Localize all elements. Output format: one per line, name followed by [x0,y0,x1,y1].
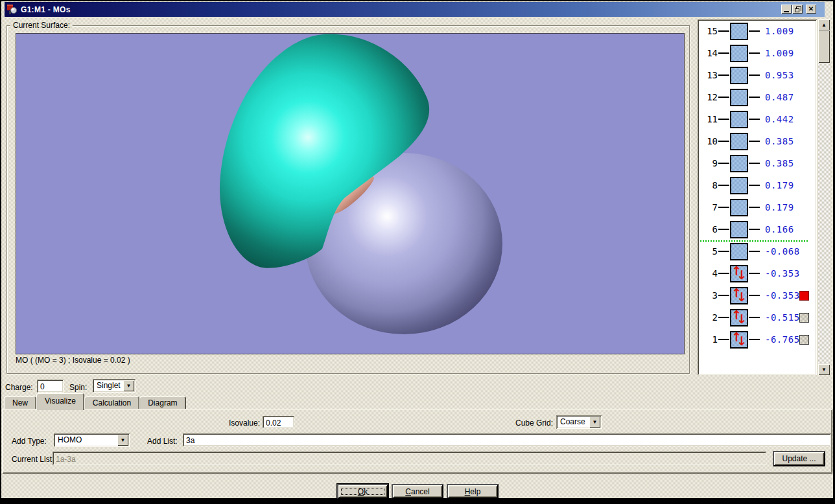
mo-level-row-4[interactable]: 4↑↓-0.353 [699,264,816,282]
occupied-orbital-box[interactable]: ↑↓ [730,287,748,304]
add-type-select[interactable]: HOMO ▼ [54,433,130,447]
chevron-down-icon: ▼ [126,383,132,389]
tab-calculation[interactable]: Calculation [84,396,139,410]
ok-button[interactable]: Ok [337,484,388,499]
virtual-orbital-box[interactable] [730,221,748,238]
level-line [749,273,760,274]
occupied-orbital-box[interactable]: ↑↓ [730,331,748,349]
virtual-orbital-box[interactable] [730,177,748,194]
restore-button[interactable] [792,5,803,14]
mo-marker-gray[interactable] [799,313,809,323]
cube-grid-dropdown-button[interactable]: ▼ [589,417,600,428]
level-line [749,52,760,54]
virtual-orbital-box[interactable] [730,45,748,62]
mos-dialog-window: G1:M1 - MOs ✕ Current Surface: [1,1,833,498]
mo-number: 2 [703,312,718,323]
mo-energy-value: 1.009 [765,26,794,36]
scrollbar-thumb[interactable] [818,30,830,63]
occupied-orbital-box[interactable]: ↑↓ [730,309,748,326]
mo-level-row-5[interactable]: 5-0.068 [699,242,816,260]
mo-energy-value: -0.068 [765,246,800,257]
update-button[interactable]: Update ... [773,451,825,466]
mo-marker-gray[interactable] [799,335,809,345]
level-line [718,229,729,230]
update-button-label: Update ... [782,454,816,463]
spin-label: Spin: [69,383,87,392]
level-line [718,119,729,120]
minimize-icon [784,11,789,12]
mo-energy-value: -6.765 [765,334,800,345]
mo-level-row-14[interactable]: 141.009 [699,44,816,62]
add-type-dropdown-button[interactable]: ▼ [117,435,128,446]
mo-number: 5 [703,246,718,257]
level-line [718,97,729,98]
mo-level-row-10[interactable]: 100.385 [699,132,816,150]
virtual-orbital-box[interactable] [730,155,748,172]
mo-level-row-11[interactable]: 110.442 [699,110,816,128]
level-line [749,97,760,98]
current-list-field [53,452,766,465]
level-line [718,141,729,142]
level-line [718,273,729,274]
virtual-orbital-box[interactable] [730,67,748,84]
tab-visualize[interactable]: Visualize [36,393,84,410]
mo-energy-value: 0.442 [765,114,794,124]
orbital-viewport[interactable] [16,33,685,354]
virtual-orbital-box[interactable] [730,23,748,40]
help-button[interactable]: Help [447,484,499,499]
cube-grid-select[interactable]: Coarse ▼ [556,415,602,429]
mo-list-scrollbar[interactable]: ▲ ▼ [818,19,830,375]
mo-level-row-15[interactable]: 151.009 [699,22,816,40]
spin-select[interactable]: Singlet ▼ [93,379,135,393]
mo-level-list[interactable]: 151.009141.009130.953120.487110.442100.3… [698,19,817,375]
virtual-orbital-box[interactable] [730,133,748,150]
level-line [718,207,729,208]
spin-dropdown-button[interactable]: ▼ [123,380,134,391]
mo-number: 10 [703,136,718,146]
mo-level-row-1[interactable]: 1↑↓-6.765 [699,330,816,349]
spin-down-arrow-icon: ↓ [736,313,747,325]
level-line [718,339,729,340]
mo-level-row-9[interactable]: 90.385 [699,154,816,172]
level-line [749,30,760,32]
mo-level-row-8[interactable]: 80.179 [699,176,816,194]
spin-selected-value: Singlet [97,381,121,390]
cancel-button[interactable]: Cancel [392,484,443,499]
tab-diagram[interactable]: Diagram [139,396,185,410]
mo-level-row-13[interactable]: 130.953 [699,66,816,84]
mo-level-row-6[interactable]: 60.166 [699,220,816,238]
current-list-label: Current List: [12,455,54,464]
add-list-input[interactable] [183,433,831,446]
surface-caption: MO ( (MO = 3) ; Isovalue = 0.02 ) [16,356,130,365]
mo-marker-red[interactable] [799,291,809,301]
virtual-orbital-box[interactable] [730,111,748,128]
restore-icon [795,6,801,12]
scroll-down-button[interactable]: ▼ [818,364,830,375]
mo-level-row-12[interactable]: 120.487 [699,88,816,106]
scroll-up-button[interactable]: ▲ [818,19,830,30]
mo-energy-value: 0.179 [765,202,794,212]
mo-energy-value: -0.353 [765,268,800,279]
virtual-orbital-box[interactable] [730,89,748,106]
help-button-label: Help [465,487,481,496]
mo-energy-value: 0.953 [765,70,794,80]
desktop-background: G1:M1 - MOs ✕ Current Surface: [0,0,835,504]
mo-level-row-3[interactable]: 3↑↓-0.353 [699,286,816,304]
isovalue-input[interactable] [263,416,294,428]
virtual-orbital-box[interactable] [730,199,748,216]
occupied-orbital-box[interactable]: ↑↓ [730,265,748,282]
charge-input[interactable] [37,380,64,393]
virtual-orbital-box[interactable] [730,243,748,260]
close-button[interactable]: ✕ [806,5,816,14]
minimize-button[interactable] [781,5,792,14]
mo-level-row-2[interactable]: 2↑↓-0.515 [699,308,816,326]
cube-grid-selected-value: Coarse [560,417,585,426]
level-line [718,30,729,32]
titlebar[interactable]: G1:M1 - MOs ✕ [5,2,825,17]
chevron-down-icon: ▼ [593,419,598,425]
mo-level-row-7[interactable]: 70.179 [699,198,816,216]
level-line [749,251,760,252]
cube-grid-label: Cube Grid: [515,418,553,428]
scroll-down-icon: ▼ [821,367,827,372]
tab-new[interactable]: New [4,396,36,410]
